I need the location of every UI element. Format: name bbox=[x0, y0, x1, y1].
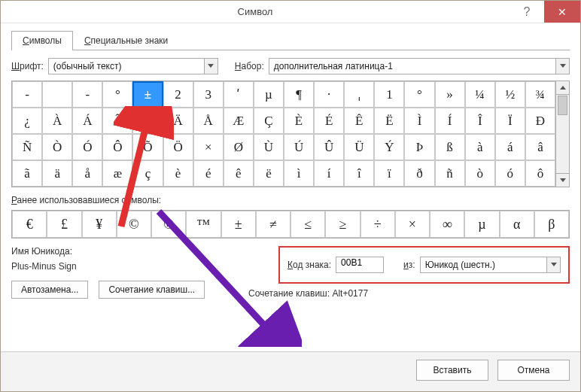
symbol-cell[interactable]: ¶ bbox=[284, 81, 314, 108]
symbol-cell[interactable]: Ù bbox=[254, 134, 284, 160]
symbol-cell[interactable]: ¾ bbox=[525, 81, 555, 108]
symbol-cell[interactable]: ¼ bbox=[465, 81, 495, 108]
symbol-cell[interactable]: ó bbox=[495, 160, 525, 187]
symbol-cell[interactable]: Í bbox=[435, 108, 465, 134]
code-input[interactable]: 00B1 bbox=[336, 257, 384, 273]
symbol-cell[interactable]: æ bbox=[102, 160, 132, 187]
symbol-cell[interactable]: Ä bbox=[163, 108, 193, 134]
symbol-cell[interactable]: - bbox=[12, 81, 42, 108]
symbol-cell[interactable]: ñ bbox=[435, 160, 465, 187]
symbol-cell[interactable]: » bbox=[435, 81, 465, 108]
symbol-cell[interactable]: Ñ bbox=[12, 134, 42, 160]
symbol-cell[interactable]: Î bbox=[465, 108, 495, 134]
symbol-cell[interactable]: Ã bbox=[132, 108, 163, 134]
tab-special[interactable]: Специальные знаки bbox=[73, 31, 179, 50]
symbol-cell[interactable]: ô bbox=[525, 160, 555, 187]
symbol-cell[interactable]: - bbox=[72, 81, 102, 108]
symbol-cell[interactable]: Ü bbox=[344, 134, 374, 160]
symbol-cell[interactable]: Ç bbox=[254, 108, 284, 134]
symbol-cell[interactable]: Ó bbox=[72, 134, 102, 160]
symbol-cell[interactable]: ˌ bbox=[344, 81, 374, 108]
symbol-cell[interactable]: ê bbox=[224, 160, 254, 187]
symbol-cell[interactable]: ä bbox=[42, 160, 72, 187]
symbol-cell[interactable]: ½ bbox=[495, 81, 525, 108]
symbol-cell[interactable]: Á bbox=[72, 108, 102, 134]
subset-select[interactable]: дополнительная латиница-1 bbox=[269, 58, 570, 74]
symbol-cell[interactable]: Û bbox=[314, 134, 344, 160]
symbol-cell[interactable]: ë bbox=[254, 160, 284, 187]
symbol-cell[interactable]: í bbox=[314, 160, 344, 187]
help-button[interactable]: ? bbox=[510, 1, 544, 23]
symbol-cell[interactable]: Þ bbox=[404, 134, 434, 160]
symbol-cell[interactable]: À bbox=[42, 108, 72, 134]
recent-symbol-cell[interactable]: ÷ bbox=[360, 211, 395, 238]
symbol-cell[interactable] bbox=[42, 81, 72, 108]
from-select[interactable]: Юникод (шестн.) bbox=[420, 257, 561, 273]
symbol-cell[interactable]: · bbox=[314, 81, 344, 108]
recent-symbol-cell[interactable]: ≤ bbox=[290, 211, 325, 238]
symbol-cell[interactable]: é bbox=[193, 160, 224, 187]
symbol-cell[interactable]: ò bbox=[465, 160, 495, 187]
symbol-cell[interactable]: ì bbox=[284, 160, 314, 187]
font-select[interactable]: (обычный текст) bbox=[48, 58, 218, 74]
symbol-cell[interactable]: ç bbox=[132, 160, 163, 187]
symbol-cell[interactable]: Â bbox=[102, 108, 132, 134]
recent-symbol-cell[interactable]: £ bbox=[47, 211, 81, 238]
symbol-cell[interactable]: Ë bbox=[374, 108, 404, 134]
recent-symbol-cell[interactable]: µ bbox=[464, 211, 499, 238]
recent-symbol-cell[interactable]: × bbox=[395, 211, 430, 238]
autocorrect-button[interactable]: Автозамена... bbox=[11, 281, 88, 299]
recent-symbol-cell[interactable]: ∞ bbox=[430, 211, 464, 238]
symbol-cell[interactable]: ʹ bbox=[224, 81, 254, 108]
symbol-cell[interactable]: Ô bbox=[102, 134, 132, 160]
symbol-cell[interactable]: ð bbox=[404, 160, 434, 187]
symbol-cell[interactable]: ã bbox=[12, 160, 42, 187]
symbol-cell[interactable]: É bbox=[314, 108, 344, 134]
recent-symbol-cell[interactable]: ® bbox=[151, 211, 186, 238]
symbol-cell[interactable]: Å bbox=[193, 108, 224, 134]
recent-symbol-cell[interactable]: β bbox=[534, 211, 569, 238]
symbol-cell[interactable]: â bbox=[525, 134, 555, 160]
scroll-thumb[interactable] bbox=[558, 96, 567, 115]
recent-symbol-cell[interactable]: © bbox=[117, 211, 151, 238]
symbol-cell[interactable]: Ö bbox=[163, 134, 193, 160]
shortcut-key-button[interactable]: Сочетание клавиш... bbox=[99, 281, 205, 299]
recent-symbol-cell[interactable]: ≠ bbox=[256, 211, 290, 238]
symbol-cell[interactable]: Ï bbox=[495, 108, 525, 134]
symbol-cell[interactable]: à bbox=[465, 134, 495, 160]
symbol-cell[interactable]: ï bbox=[374, 160, 404, 187]
recent-symbol-cell[interactable]: ¥ bbox=[82, 211, 117, 238]
symbol-cell[interactable]: Ð bbox=[525, 108, 555, 134]
recent-symbol-cell[interactable]: ≥ bbox=[325, 211, 360, 238]
symbol-cell[interactable]: Ý bbox=[374, 134, 404, 160]
scroll-up-icon[interactable] bbox=[556, 81, 569, 95]
symbol-cell[interactable]: Õ bbox=[132, 134, 163, 160]
cancel-button[interactable]: Отмена bbox=[497, 360, 570, 381]
symbol-cell[interactable]: × bbox=[193, 134, 224, 160]
symbol-cell[interactable]: Ø bbox=[224, 134, 254, 160]
symbol-cell[interactable]: µ bbox=[254, 81, 284, 108]
recent-symbol-cell[interactable]: ± bbox=[221, 211, 256, 238]
symbol-cell[interactable]: Ò bbox=[42, 134, 72, 160]
symbol-cell[interactable]: å bbox=[72, 160, 102, 187]
recent-symbol-cell[interactable]: ™ bbox=[186, 211, 221, 238]
symbol-cell[interactable]: î bbox=[344, 160, 374, 187]
symbol-cell[interactable]: 1 bbox=[374, 81, 404, 108]
symbol-cell[interactable]: ¿ bbox=[12, 108, 42, 134]
close-button[interactable]: ✕ bbox=[544, 1, 580, 23]
scroll-down-icon[interactable] bbox=[556, 173, 569, 187]
insert-button[interactable]: Вставить bbox=[416, 360, 488, 381]
symbol-cell[interactable]: Ú bbox=[284, 134, 314, 160]
tab-symbols[interactable]: Символы bbox=[11, 31, 73, 50]
symbol-cell[interactable]: ß bbox=[435, 134, 465, 160]
symbol-cell[interactable]: è bbox=[163, 160, 193, 187]
symbol-cell[interactable]: á bbox=[495, 134, 525, 160]
symbol-cell[interactable]: Ê bbox=[344, 108, 374, 134]
recent-symbol-cell[interactable]: € bbox=[12, 211, 47, 238]
symbol-cell[interactable]: ° bbox=[102, 81, 132, 108]
symbol-cell[interactable]: ± bbox=[132, 81, 163, 108]
symbol-cell[interactable]: 3 bbox=[193, 81, 224, 108]
symbol-cell[interactable]: 2 bbox=[163, 81, 193, 108]
symbol-cell[interactable]: È bbox=[284, 108, 314, 134]
symbol-cell[interactable]: Ì bbox=[404, 108, 434, 134]
